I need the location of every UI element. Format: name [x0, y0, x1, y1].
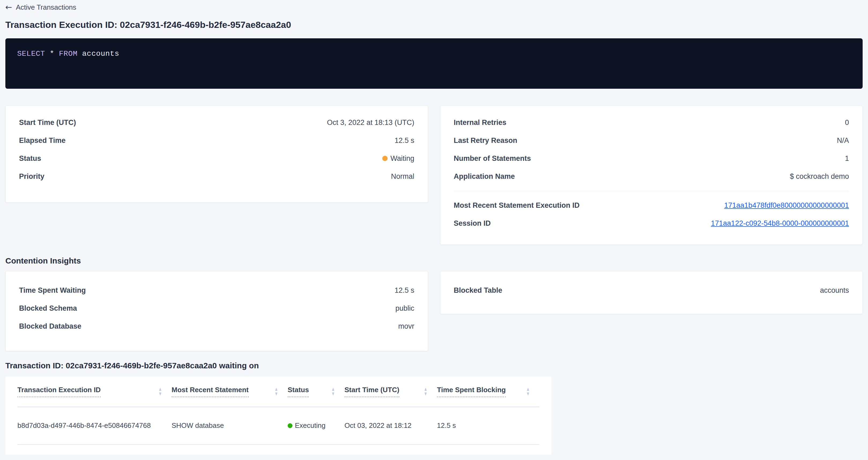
blocked-table-value: accounts: [820, 286, 849, 295]
contention-waiting-card: Time Spent Waiting 12.5 s Blocked Schema…: [5, 271, 428, 351]
sort-arrows-icon[interactable]: ▲▼: [275, 387, 278, 396]
column-label-most-recent-statement[interactable]: Most Recent Statement: [172, 386, 249, 397]
sql-asterisk: *: [50, 50, 54, 58]
arrow-left-icon: ←: [5, 3, 12, 11]
internal-retries-value: 0: [845, 119, 849, 127]
column-header-status: Status ▲▼: [288, 386, 344, 397]
column-header-start-time: Start Time (UTC) ▲▼: [344, 386, 437, 397]
start-time-row: Start Time (UTC) Oct 3, 2022 at 18:13 (U…: [19, 114, 414, 132]
waiting-on-heading: Transaction ID: 02ca7931-f246-469b-b2fe-…: [5, 361, 863, 370]
cell-time-spent-blocking: 12.5 s: [437, 421, 539, 430]
cell-start-time: Oct 03, 2022 at 18:12: [344, 421, 437, 430]
cell-status: Executing: [288, 421, 344, 430]
blocked-table-row: Blocked Table accounts: [454, 281, 849, 300]
column-label-transaction-execution-id[interactable]: Transaction Execution ID: [18, 386, 101, 397]
start-time-value: Oct 3, 2022 at 18:13 (UTC): [327, 119, 414, 127]
sort-arrows-icon[interactable]: ▲▼: [526, 387, 530, 396]
blocked-database-row: Blocked Database movr: [19, 317, 414, 335]
statement-execution-id-row: Most Recent Statement Execution ID 171aa…: [454, 196, 849, 214]
sort-arrows-icon[interactable]: ▲▼: [332, 387, 335, 396]
last-retry-reason-value: N/A: [837, 136, 849, 145]
blocked-schema-row: Blocked Schema public: [19, 300, 414, 317]
cell-most-recent-statement: SHOW database: [172, 421, 288, 430]
column-header-transaction-execution-id: Transaction Execution ID ▲▼: [18, 386, 172, 397]
elapsed-time-value: 12.5 s: [395, 136, 414, 145]
priority-label: Priority: [19, 172, 44, 181]
blocked-database-label: Blocked Database: [19, 322, 82, 331]
number-of-statements-label: Number of Statements: [454, 154, 531, 163]
elapsed-time-label: Elapsed Time: [19, 136, 66, 145]
column-label-status[interactable]: Status: [288, 386, 309, 397]
sort-arrows-icon[interactable]: ▲▼: [159, 387, 162, 396]
session-id-row: Session ID 171aa122-c092-54b8-0000-00000…: [454, 214, 849, 233]
priority-row: Priority Normal: [19, 167, 414, 185]
status-value: Waiting: [382, 154, 414, 163]
transaction-overview-card: Start Time (UTC) Oct 3, 2022 at 18:13 (U…: [5, 105, 428, 203]
status-text: Waiting: [390, 154, 414, 163]
contention-cards-row: Time Spent Waiting 12.5 s Blocked Schema…: [5, 271, 863, 351]
status-row: Status Waiting: [19, 150, 414, 167]
time-spent-waiting-value: 12.5 s: [395, 286, 414, 295]
transaction-details-card: Internal Retries 0 Last Retry Reason N/A…: [440, 105, 863, 245]
contention-insights-heading: Contention Insights: [5, 256, 863, 266]
table-row: b8d7d03a-d497-446b-8474-e50846674768 SHO…: [18, 407, 539, 445]
time-spent-waiting-label: Time Spent Waiting: [19, 286, 86, 295]
contention-blocked-table-card: Blocked Table accounts: [440, 271, 863, 314]
column-header-most-recent-statement: Most Recent Statement ▲▼: [172, 386, 288, 397]
elapsed-time-row: Elapsed Time 12.5 s: [19, 132, 414, 150]
page-content: ← Active Transactions Transaction Execut…: [0, 0, 868, 455]
table-header-row: Transaction Execution ID ▲▼ Most Recent …: [18, 377, 539, 407]
number-of-statements-row: Number of Statements 1: [454, 150, 849, 167]
statement-execution-id-label: Most Recent Statement Execution ID: [454, 201, 580, 210]
last-retry-reason-row: Last Retry Reason N/A: [454, 132, 849, 150]
blocked-database-value: movr: [398, 322, 414, 331]
sql-statement-box: SELECT * FROM accounts: [5, 38, 863, 89]
last-retry-reason-label: Last Retry Reason: [454, 136, 517, 145]
blocked-schema-label: Blocked Schema: [19, 304, 77, 313]
status-waiting-dot-icon: [382, 156, 388, 161]
card-divider: [454, 191, 849, 191]
status-label: Status: [19, 154, 41, 163]
back-navigation[interactable]: ← Active Transactions: [5, 0, 863, 11]
statement-execution-id-link[interactable]: 171aa1b478fdf0e80000000000000001: [724, 201, 849, 210]
sort-arrows-icon[interactable]: ▲▼: [424, 387, 427, 396]
waiting-transactions-table: Transaction Execution ID ▲▼ Most Recent …: [5, 377, 551, 455]
column-label-start-time[interactable]: Start Time (UTC): [344, 386, 399, 397]
internal-retries-label: Internal Retries: [454, 119, 507, 127]
session-id-label: Session ID: [454, 219, 491, 227]
status-executing-text: Executing: [295, 421, 326, 430]
time-spent-waiting-row: Time Spent Waiting 12.5 s: [19, 281, 414, 300]
back-link-active-transactions[interactable]: Active Transactions: [16, 3, 76, 11]
blocked-schema-value: public: [395, 304, 414, 313]
summary-cards-row: Start Time (UTC) Oct 3, 2022 at 18:13 (U…: [5, 105, 863, 245]
priority-value: Normal: [391, 172, 414, 181]
column-header-time-spent-blocking: Time Spent Blocking ▲▼: [437, 386, 539, 397]
application-name-row: Application Name $ cockroach demo: [454, 167, 849, 185]
cell-transaction-execution-id: b8d7d03a-d497-446b-8474-e50846674768: [18, 421, 172, 430]
application-name-label: Application Name: [454, 172, 515, 181]
blocked-table-label: Blocked Table: [454, 286, 502, 295]
status-executing-dot-icon: [288, 423, 292, 428]
column-label-time-spent-blocking[interactable]: Time Spent Blocking: [437, 386, 506, 397]
start-time-label: Start Time (UTC): [19, 119, 76, 127]
sql-statement: SELECT * FROM accounts: [17, 50, 119, 58]
sql-keyword-from: FROM: [59, 50, 78, 58]
sql-keyword-select: SELECT: [17, 50, 45, 58]
number-of-statements-value: 1: [845, 154, 849, 163]
sql-table-name: accounts: [82, 50, 119, 58]
session-id-link[interactable]: 171aa122-c092-54b8-0000-000000000001: [711, 219, 849, 227]
page-title: Transaction Execution ID: 02ca7931-f246-…: [5, 19, 863, 30]
internal-retries-row: Internal Retries 0: [454, 114, 849, 132]
application-name-value: $ cockroach demo: [790, 172, 849, 181]
